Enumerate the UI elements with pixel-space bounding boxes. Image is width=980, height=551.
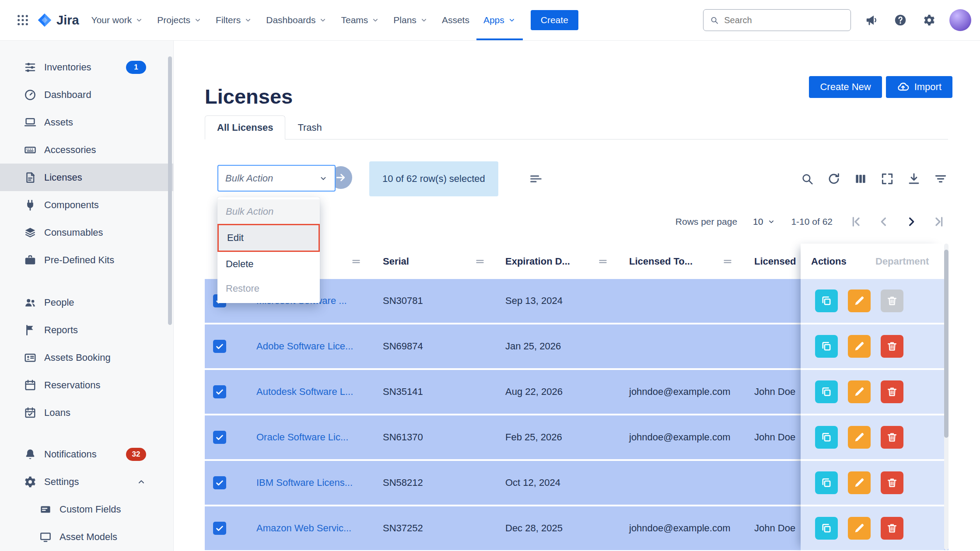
import-button[interactable]: Import	[886, 76, 952, 98]
row-checkbox[interactable]	[213, 385, 226, 398]
last-page-button[interactable]	[931, 214, 947, 230]
delete-button[interactable]	[881, 517, 903, 540]
delete-button[interactable]	[881, 335, 903, 358]
rows-per-page-select[interactable]: 10	[753, 216, 775, 227]
sort-lines-icon[interactable]	[528, 171, 543, 186]
settings-button[interactable]	[920, 11, 938, 29]
jira-logo[interactable]: Jira	[37, 12, 79, 28]
table-scrollbar-thumb[interactable]	[944, 250, 948, 438]
edit-button[interactable]	[848, 517, 871, 540]
nav-assets[interactable]: Assets	[435, 0, 476, 40]
edit-button[interactable]	[848, 380, 871, 403]
nav-projects[interactable]: Projects	[150, 0, 209, 40]
sidebar-item-components[interactable]: Components	[0, 191, 173, 219]
announcements-button[interactable]	[863, 11, 880, 29]
menu-item-edit[interactable]: Edit	[217, 224, 320, 252]
license-name-link[interactable]: Adobe Software Lice...	[256, 324, 353, 368]
download-button[interactable]	[906, 171, 921, 186]
nav-filters[interactable]: Filters	[209, 0, 259, 40]
sidebar-item-custom-fields[interactable]: Custom Fields	[0, 495, 173, 523]
filter-icon	[934, 172, 948, 186]
row-checkbox[interactable]	[213, 340, 226, 353]
sidebar-item-accessories[interactable]: Accessories	[0, 136, 173, 164]
sidebar-item-asset-models[interactable]: Asset Models	[0, 523, 173, 551]
sidebar-item-dashboard[interactable]: Dashboard	[0, 81, 173, 108]
nav-dashboards[interactable]: Dashboards	[259, 0, 334, 40]
column-header-expiration[interactable]: Expiration D...	[505, 244, 570, 279]
license-name-link[interactable]: IBM Software Licens...	[256, 461, 353, 505]
filter-button[interactable]	[933, 171, 948, 186]
delete-button[interactable]	[881, 471, 903, 494]
edit-button[interactable]	[848, 426, 871, 449]
sidebar-item-predefined-kits[interactable]: Pre-Defined Kits	[0, 246, 173, 274]
nav-your-work[interactable]: Your work	[84, 0, 150, 40]
nav-plans[interactable]: Plans	[386, 0, 435, 40]
sidebar-item-notifications[interactable]: Notifications 32	[0, 440, 173, 468]
prev-page-button[interactable]	[876, 214, 892, 230]
duplicate-button[interactable]	[815, 471, 838, 494]
arrow-right-icon	[335, 171, 347, 184]
create-new-button[interactable]: Create New	[809, 76, 882, 98]
delete-button[interactable]	[881, 380, 903, 403]
first-page-button[interactable]	[848, 214, 864, 230]
table-scrollbar[interactable]	[944, 244, 948, 550]
column-drag-handle-icon[interactable]	[597, 256, 609, 267]
fullscreen-button[interactable]	[880, 171, 895, 186]
nav-icon-cluster	[863, 9, 971, 31]
delete-button[interactable]	[881, 426, 903, 449]
license-name-link[interactable]: Oracle Software Lic...	[256, 415, 348, 459]
column-header-licensed[interactable]: Licensed	[754, 244, 796, 279]
tab-trash[interactable]: Trash	[285, 115, 334, 139]
table-search-button[interactable]	[800, 171, 815, 186]
duplicate-button[interactable]	[815, 335, 838, 358]
next-page-button[interactable]	[903, 214, 919, 230]
megaphone-icon	[865, 14, 878, 27]
refresh-button[interactable]	[826, 171, 841, 186]
delete-button[interactable]	[881, 289, 903, 312]
avatar[interactable]	[949, 9, 971, 31]
nav-apps[interactable]: Apps	[476, 0, 523, 40]
columns-button[interactable]	[853, 171, 868, 186]
column-header-licensed-to[interactable]: Licensed To...	[629, 244, 693, 279]
gauge-icon	[24, 88, 37, 101]
sidebar-item-licenses[interactable]: Licenses	[0, 164, 173, 191]
trash-icon	[886, 477, 898, 489]
duplicate-button[interactable]	[815, 289, 838, 312]
edit-button[interactable]	[848, 471, 871, 494]
copy-icon	[820, 522, 833, 534]
duplicate-button[interactable]	[815, 517, 838, 540]
nav-teams[interactable]: Teams	[334, 0, 386, 40]
flag-icon	[24, 324, 37, 337]
row-checkbox[interactable]	[213, 431, 226, 444]
column-drag-handle-icon[interactable]	[722, 256, 733, 267]
tab-all-licenses[interactable]: All Licenses	[205, 115, 285, 139]
sidebar-item-consumables[interactable]: Consumables	[0, 219, 173, 246]
help-button[interactable]	[892, 11, 909, 29]
sidebar-item-reports[interactable]: Reports	[0, 316, 173, 344]
edit-button[interactable]	[848, 335, 871, 358]
duplicate-button[interactable]	[815, 380, 838, 403]
search-input[interactable]	[723, 15, 844, 26]
column-header-serial[interactable]: Serial	[383, 244, 409, 279]
create-button[interactable]: Create	[531, 10, 578, 30]
sidebar-item-reservations[interactable]: Reservations	[0, 371, 173, 399]
sidebar-item-loans[interactable]: Loans	[0, 399, 173, 426]
row-checkbox[interactable]	[213, 476, 226, 489]
app-switcher-icon[interactable]	[13, 10, 32, 30]
edit-button[interactable]	[848, 289, 871, 312]
sidebar-item-people[interactable]: People	[0, 289, 173, 316]
license-name-link[interactable]: Amazon Web Servic...	[256, 506, 351, 550]
global-search[interactable]	[703, 9, 851, 31]
row-checkbox[interactable]	[213, 522, 226, 535]
bulk-action-select[interactable]: Bulk Action	[217, 165, 336, 192]
sidebar-item-assets[interactable]: Assets	[0, 108, 173, 136]
sidebar-item-assets-booking[interactable]: Assets Booking	[0, 344, 173, 371]
sidebar-item-settings[interactable]: Settings	[0, 468, 173, 495]
license-name-link[interactable]: Autodesk Software L...	[256, 370, 353, 414]
sidebar-scrollbar[interactable]	[168, 56, 172, 325]
duplicate-button[interactable]	[815, 426, 838, 449]
sidebar-item-inventories[interactable]: Inventories 1	[0, 53, 173, 81]
column-drag-handle-icon[interactable]	[350, 256, 362, 267]
menu-item-delete[interactable]: Delete	[217, 252, 320, 276]
column-drag-handle-icon[interactable]	[474, 256, 486, 267]
